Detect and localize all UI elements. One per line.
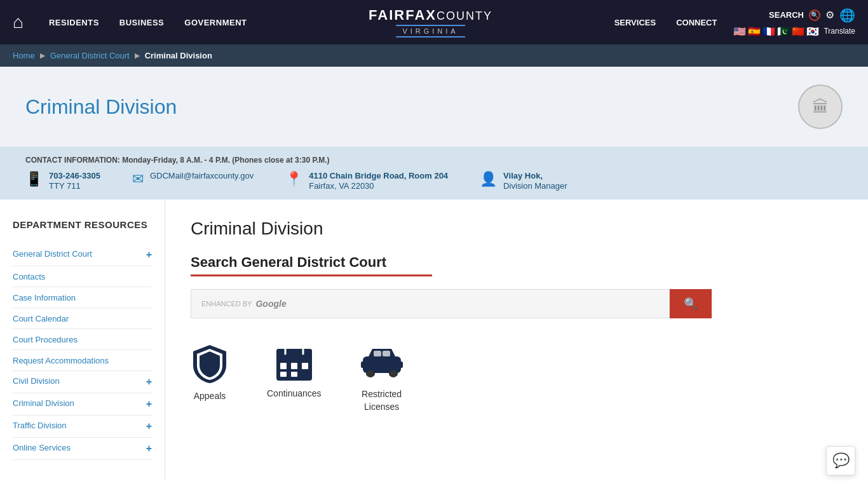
sidebar-label-accommodations: Request Accommodations [13, 356, 109, 365]
breadcrumb-current: Criminal Division [145, 51, 212, 60]
breadcrumb: Home ▶ General District Court ▶ Criminal… [0, 44, 868, 67]
sidebar-item-accommodations[interactable]: Request Accommodations [13, 350, 152, 371]
nav-right-section: SEARCH 🔍 ⚙ 🌐 🇺🇸 🇪🇸 🇫🇷 🇵🇰 🇨🇳 🇰🇷 Translate [733, 8, 855, 37]
svg-rect-12 [374, 351, 381, 356]
nav-link-services[interactable]: SERVICES [604, 18, 667, 27]
nav-link-connect[interactable]: CONNECT [666, 18, 727, 27]
red-underline [191, 274, 432, 276]
logo-virginia: VIRGINIA [396, 25, 465, 37]
svg-rect-14 [361, 362, 366, 368]
phone-number[interactable]: 703-246-3305 [49, 171, 100, 180]
main-content: Criminal Division Search General Distric… [165, 200, 868, 479]
contact-address: 📍 4110 Chain Bridge Road, Room 204 Fairf… [285, 171, 448, 191]
search-icon[interactable]: 🔍 [809, 10, 820, 21]
sidebar-item-contacts[interactable]: Contacts [13, 266, 152, 287]
contact-phone: 📱 703-246-3305 TTY 711 [25, 171, 100, 191]
breadcrumb-arrow-2: ▶ [135, 51, 140, 60]
nav-link-government[interactable]: GOVERNMENT [174, 18, 257, 27]
contact-manager: 👤 Vilay Hok, Division Manager [480, 171, 567, 191]
continuances-label: Continuances [267, 388, 322, 398]
page-header: Criminal Division 🏛 [0, 67, 868, 147]
flag-fr: 🇫🇷 [763, 25, 775, 37]
sidebar-item-court-procedures[interactable]: Court Procedures [13, 329, 152, 350]
search-section-title: Search General District Court [191, 254, 843, 271]
main-layout: DEPARTMENT RESOURCES General District Co… [0, 200, 868, 479]
svg-rect-2 [280, 363, 287, 369]
flag-es: 🇪🇸 [748, 25, 761, 37]
sidebar-item-online[interactable]: Online Services + [13, 438, 152, 460]
address-line2: Fairfax, VA 22030 [309, 181, 374, 191]
sidebar-label-online: Online Services [13, 443, 71, 454]
breadcrumb-home[interactable]: Home [13, 51, 35, 60]
sidebar-label-general-district: General District Court [13, 249, 92, 261]
search-box-container: ENHANCED BY Google 🔍 [191, 289, 712, 318]
site-logo: FAIRFAXCOUNTY VIRGINIA [257, 7, 604, 37]
home-icon[interactable]: ⌂ [13, 12, 24, 32]
nav-link-business[interactable]: BUSINESS [109, 18, 174, 27]
sidebar-label-traffic: Traffic Division [13, 421, 67, 432]
svg-rect-1 [276, 349, 312, 359]
logo-fairfax: FAIRFAX [369, 7, 437, 23]
svg-point-16 [367, 370, 374, 377]
search-nav-link[interactable]: SEARCH [769, 10, 804, 20]
sidebar-item-criminal[interactable]: Criminal Division + [13, 393, 152, 416]
chat-bubble[interactable]: 💬 [826, 446, 855, 475]
top-nav: ⌂ RESIDENTS BUSINESS GOVERNMENT FAIRFAXC… [0, 0, 868, 44]
sidebar: DEPARTMENT RESOURCES General District Co… [0, 200, 165, 479]
flag-us: 🇺🇸 [733, 25, 746, 37]
translate-label[interactable]: Translate [824, 27, 855, 36]
sidebar-label-court-calendar: Court Calendar [13, 314, 69, 323]
sidebar-item-general-district[interactable]: General District Court + [13, 244, 152, 266]
globe-icon[interactable]: 🌐 [839, 8, 855, 23]
icon-cards-container: Appeals Continuances [191, 344, 843, 413]
contact-info-label: CONTACT INFORMATION: Monday-Friday, 8 A.… [25, 156, 843, 165]
enhanced-by-label: ENHANCED BY [201, 300, 252, 308]
person-icon: 👤 [480, 171, 497, 187]
sidebar-item-civil[interactable]: Civil Division + [13, 371, 152, 393]
email-address[interactable]: GDCMail@fairfaxcounty.gov [150, 171, 254, 180]
search-submit-button[interactable]: 🔍 [670, 289, 712, 318]
car-icon [360, 344, 404, 382]
sidebar-plus-online: + [146, 443, 152, 454]
breadcrumb-level1[interactable]: General District Court [50, 51, 130, 60]
calendar-icon [275, 344, 313, 382]
sidebar-label-contacts: Contacts [13, 272, 45, 281]
page-title: Criminal Division [25, 95, 177, 119]
sidebar-plus-criminal: + [146, 398, 152, 410]
sidebar-plus-civil: + [146, 376, 152, 388]
svg-rect-3 [291, 363, 297, 369]
breadcrumb-arrow-1: ▶ [40, 51, 45, 60]
svg-rect-6 [291, 372, 297, 377]
nav-link-residents[interactable]: RESIDENTS [39, 18, 109, 27]
search-input-wrapper: ENHANCED BY Google [191, 289, 670, 318]
contact-email: ✉ GDCMail@fairfaxcounty.gov [132, 171, 254, 187]
content-title: Criminal Division [191, 219, 843, 239]
manager-name: Vilay Hok, [503, 171, 567, 180]
sidebar-item-traffic[interactable]: Traffic Division + [13, 416, 152, 438]
svg-point-17 [390, 370, 397, 377]
sidebar-plus-general-district: + [146, 249, 152, 261]
phone-icon: 📱 [25, 171, 43, 187]
flag-cn: 🇨🇳 [792, 25, 804, 37]
appeals-label: Appeals [194, 391, 226, 401]
svg-rect-4 [302, 363, 308, 369]
address-line1: 4110 Chain Bridge Road, Room 204 [309, 171, 448, 180]
sidebar-item-case-info[interactable]: Case Information [13, 287, 152, 308]
sidebar-label-criminal: Criminal Division [13, 398, 74, 410]
logo-county: COUNTY [437, 10, 492, 22]
flag-kr: 🇰🇷 [806, 25, 819, 37]
gear-icon[interactable]: ⚙ [825, 9, 834, 21]
flag-pk: 🇵🇰 [777, 25, 790, 37]
sidebar-item-court-calendar[interactable]: Court Calendar [13, 308, 152, 329]
manager-title: Division Manager [503, 181, 567, 191]
tty-number: TTY 711 [49, 181, 81, 191]
svg-rect-13 [383, 351, 390, 356]
icon-card-restricted-licenses[interactable]: RestrictedLicenses [360, 344, 404, 413]
icon-card-appeals[interactable]: Appeals [191, 344, 229, 401]
sidebar-label-civil: Civil Division [13, 376, 60, 388]
sidebar-label-court-procedures: Court Procedures [13, 335, 78, 344]
icon-card-continuances[interactable]: Continuances [267, 344, 322, 398]
sidebar-plus-traffic: + [146, 421, 152, 432]
google-label: Google [255, 299, 286, 309]
email-icon: ✉ [132, 171, 144, 187]
